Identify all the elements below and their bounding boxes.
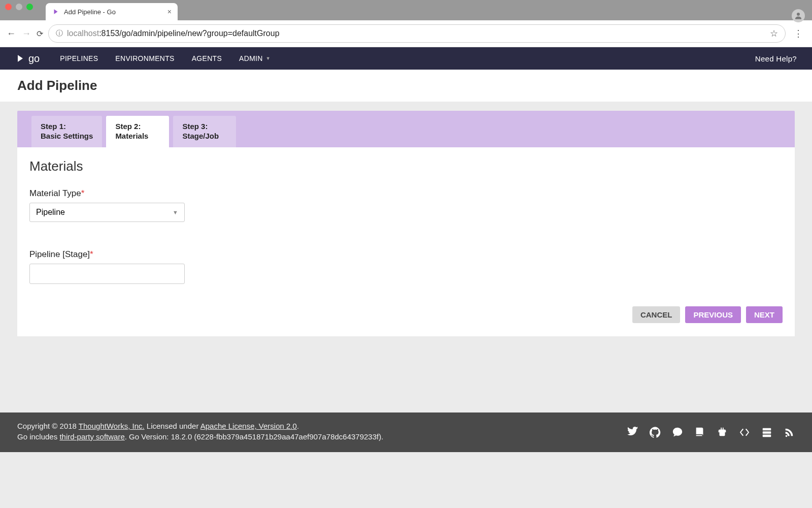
site-info-icon[interactable]: ⓘ bbox=[56, 29, 63, 38]
footer-thirdparty-link[interactable]: third-party software bbox=[59, 432, 124, 441]
logo-text: go bbox=[28, 53, 40, 65]
go-favicon-icon bbox=[52, 8, 60, 16]
wizard-tab-stage-job[interactable]: Step 3: Stage/Job bbox=[173, 116, 236, 147]
footer-line-2: Go includes third-party software. Go Ver… bbox=[17, 432, 383, 441]
tab-close-icon[interactable]: × bbox=[167, 8, 172, 16]
wizard-tab-step-num: Step 3: bbox=[182, 122, 227, 131]
wizard-tab-step-label: Materials bbox=[115, 132, 160, 140]
go-logo[interactable]: go bbox=[15, 53, 40, 65]
wizard-tab-step-num: Step 1: bbox=[41, 122, 93, 131]
pipeline-stage-input[interactable] bbox=[29, 264, 185, 284]
reload-button[interactable]: ⟳ bbox=[37, 29, 43, 39]
page-title: Add Pipeline bbox=[17, 78, 795, 93]
label-text: Material Type bbox=[29, 188, 81, 198]
footer-license-link[interactable]: Apache License, Version 2.0 bbox=[200, 422, 297, 430]
server-icon[interactable] bbox=[761, 427, 772, 438]
wizard-tab-step-label: Basic Settings bbox=[41, 132, 93, 140]
wizard-tab-materials[interactable]: Step 2: Materials bbox=[106, 116, 169, 147]
wizard-tab-basic-settings[interactable]: Step 1: Basic Settings bbox=[31, 116, 102, 147]
required-marker: * bbox=[90, 249, 93, 259]
section-heading: Materials bbox=[29, 158, 783, 174]
wizard-tab-step-num: Step 2: bbox=[115, 122, 160, 131]
browser-menu-button[interactable]: ⋮ bbox=[791, 28, 806, 39]
browser-tab-title: Add Pipeline - Go bbox=[64, 8, 163, 16]
select-value: Pipeline bbox=[36, 208, 65, 217]
app-nav: go PIPELINES ENVIRONMENTS AGENTS ADMIN ▼… bbox=[0, 47, 812, 70]
nav-agents[interactable]: AGENTS bbox=[192, 54, 222, 62]
profile-avatar-icon[interactable] bbox=[792, 9, 805, 22]
book-icon[interactable] bbox=[694, 427, 705, 438]
forward-button[interactable]: → bbox=[21, 28, 31, 39]
svg-rect-3 bbox=[763, 435, 771, 437]
wizard-tab-step-label: Stage/Job bbox=[182, 132, 227, 140]
browser-tab[interactable]: Add Pipeline - Go × bbox=[46, 3, 178, 20]
material-type-label: Material Type* bbox=[29, 188, 783, 199]
back-button[interactable]: ← bbox=[6, 28, 16, 39]
window-maximize-dot[interactable] bbox=[26, 4, 33, 10]
label-text: Pipeline [Stage] bbox=[29, 249, 90, 259]
url-host: localhost bbox=[67, 29, 99, 38]
plugin-icon[interactable] bbox=[717, 427, 728, 438]
chevron-down-icon: ▼ bbox=[173, 209, 178, 215]
twitter-icon[interactable] bbox=[627, 427, 638, 438]
api-icon[interactable] bbox=[739, 427, 750, 438]
next-button[interactable]: NEXT bbox=[746, 306, 783, 323]
url-text: localhost:8153/go/admin/pipeline/new?gro… bbox=[67, 29, 280, 38]
nav-need-help[interactable]: Need Help? bbox=[755, 54, 797, 63]
footer-company-link[interactable]: ThoughtWorks, Inc. bbox=[79, 422, 145, 430]
rss-icon[interactable] bbox=[784, 427, 795, 438]
nav-admin[interactable]: ADMIN ▼ bbox=[239, 54, 270, 62]
nav-pipelines[interactable]: PIPELINES bbox=[60, 54, 98, 62]
required-marker: * bbox=[81, 188, 85, 198]
chat-icon[interactable] bbox=[672, 427, 683, 438]
previous-button[interactable]: PREVIOUS bbox=[685, 306, 741, 323]
window-close-dot[interactable] bbox=[5, 4, 12, 10]
material-type-select[interactable]: Pipeline ▼ bbox=[29, 203, 185, 222]
svg-point-0 bbox=[797, 13, 800, 16]
bookmark-star-icon[interactable]: ☆ bbox=[770, 28, 778, 39]
app-footer: Copyright © 2018 ThoughtWorks, Inc. Lice… bbox=[0, 412, 812, 452]
nav-environments[interactable]: ENVIRONMENTS bbox=[115, 54, 174, 62]
footer-line-1: Copyright © 2018 ThoughtWorks, Inc. Lice… bbox=[17, 422, 383, 430]
svg-rect-2 bbox=[763, 431, 771, 434]
url-path: :8153/go/admin/pipeline/new?group=defaul… bbox=[99, 29, 279, 38]
pipeline-stage-label: Pipeline [Stage]* bbox=[29, 249, 783, 260]
github-icon[interactable] bbox=[650, 427, 661, 438]
svg-rect-1 bbox=[763, 428, 771, 431]
nav-admin-label: ADMIN bbox=[239, 54, 263, 62]
cancel-button[interactable]: CANCEL bbox=[632, 306, 681, 323]
address-bar[interactable]: ⓘ localhost:8153/go/admin/pipeline/new?g… bbox=[48, 24, 786, 43]
browser-toolbar: ← → ⟳ ⓘ localhost:8153/go/admin/pipeline… bbox=[0, 20, 812, 47]
browser-tab-bar: Add Pipeline - Go × bbox=[0, 0, 812, 20]
wizard-tabs: Step 1: Basic Settings Step 2: Materials… bbox=[17, 111, 795, 147]
window-minimize-dot[interactable] bbox=[16, 4, 22, 10]
chevron-down-icon: ▼ bbox=[266, 56, 270, 61]
